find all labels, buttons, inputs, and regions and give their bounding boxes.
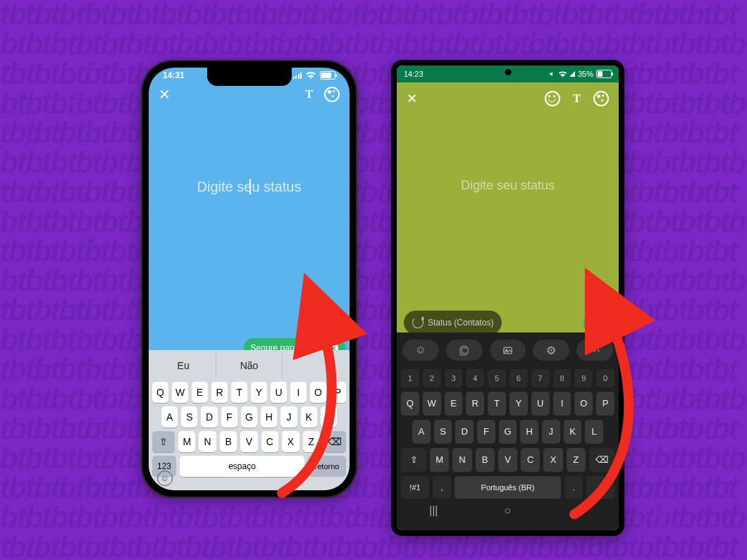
key-x[interactable]: X bbox=[543, 448, 562, 472]
key-j[interactable]: J bbox=[542, 420, 560, 444]
key-t[interactable]: T bbox=[488, 392, 506, 416]
key-h[interactable]: H bbox=[261, 406, 277, 428]
font-tool[interactable]: T bbox=[573, 92, 581, 106]
keyboard-toolbar: ☺ ⚙ ⋯ bbox=[401, 337, 615, 365]
key-j[interactable]: J bbox=[280, 406, 297, 428]
key-i[interactable]: I bbox=[290, 382, 307, 403]
key-m[interactable]: M bbox=[430, 448, 449, 472]
key-i[interactable]: I bbox=[553, 392, 572, 416]
emoji-picker-icon[interactable]: ☺ bbox=[402, 340, 439, 361]
key-n[interactable]: N bbox=[452, 448, 471, 472]
key-k[interactable]: K bbox=[564, 420, 582, 444]
clipboard-icon[interactable] bbox=[446, 340, 483, 361]
key-r[interactable]: R bbox=[211, 382, 228, 403]
key-7[interactable]: 7 bbox=[531, 369, 550, 387]
key-n[interactable]: N bbox=[199, 431, 216, 452]
enter-key[interactable]: ↵ bbox=[586, 476, 615, 499]
key-b[interactable]: B bbox=[220, 431, 237, 452]
emoji-keyboard-button[interactable]: ☺ bbox=[157, 471, 173, 486]
key-c[interactable]: C bbox=[261, 431, 278, 452]
key-h[interactable]: H bbox=[520, 420, 538, 444]
audience-pill[interactable]: Status (Contatos) bbox=[404, 311, 502, 335]
close-button[interactable]: ✕ bbox=[407, 91, 417, 106]
keyboard-collapse-icon[interactable]: ⌄ bbox=[577, 504, 586, 518]
more-icon[interactable]: ⋯ bbox=[576, 340, 613, 361]
palette-icon[interactable] bbox=[324, 87, 340, 102]
key-s[interactable]: S bbox=[434, 420, 452, 444]
key-9[interactable]: 9 bbox=[574, 369, 593, 387]
key-u[interactable]: U bbox=[531, 392, 550, 416]
key-f[interactable]: F bbox=[221, 406, 237, 428]
settings-icon[interactable]: ⚙ bbox=[533, 340, 569, 361]
android-frame: 14:23 35% ✕ T Digite seu status bbox=[391, 60, 624, 536]
key-row: QWERTYUIOP bbox=[152, 382, 346, 403]
emoji-icon[interactable] bbox=[545, 91, 560, 106]
key-e[interactable]: E bbox=[192, 382, 208, 403]
shift-key[interactable]: ⇧ bbox=[152, 431, 175, 452]
gif-icon[interactable] bbox=[490, 340, 526, 361]
key-l[interactable]: L bbox=[585, 420, 603, 444]
backspace-key[interactable]: ⌫ bbox=[589, 448, 615, 472]
suggestion[interactable] bbox=[283, 353, 347, 378]
close-button[interactable]: ✕ bbox=[159, 86, 171, 103]
key-0[interactable]: 0 bbox=[596, 369, 615, 387]
key-5[interactable]: 5 bbox=[488, 369, 506, 387]
nav-home[interactable]: ○ bbox=[504, 504, 511, 518]
palette-icon[interactable] bbox=[593, 91, 609, 106]
key-t[interactable]: T bbox=[231, 382, 247, 403]
cell-signal-icon bbox=[293, 73, 302, 79]
comma-key[interactable]: , bbox=[433, 476, 451, 499]
key-2[interactable]: 2 bbox=[423, 369, 441, 387]
key-y[interactable]: Y bbox=[251, 382, 267, 403]
key-p[interactable]: P bbox=[596, 392, 615, 416]
key-q[interactable]: Q bbox=[152, 382, 168, 403]
return-key[interactable]: retorno bbox=[308, 456, 346, 477]
key-v[interactable]: V bbox=[240, 431, 257, 452]
key-k[interactable]: K bbox=[301, 406, 317, 428]
key-o[interactable]: O bbox=[574, 392, 593, 416]
period-key[interactable]: . bbox=[564, 476, 583, 499]
key-u[interactable]: U bbox=[271, 382, 287, 403]
key-4[interactable]: 4 bbox=[466, 369, 484, 387]
key-c[interactable]: C bbox=[521, 448, 540, 472]
symbols-key[interactable]: !#1 bbox=[401, 476, 429, 499]
key-8[interactable]: 8 bbox=[553, 369, 572, 387]
key-o[interactable]: O bbox=[310, 382, 326, 403]
backspace-key[interactable]: ⌫ bbox=[323, 431, 346, 452]
key-w[interactable]: W bbox=[423, 392, 441, 416]
key-l[interactable]: L bbox=[321, 406, 337, 428]
key-z[interactable]: Z bbox=[303, 431, 320, 452]
key-d[interactable]: D bbox=[201, 406, 217, 428]
key-p[interactable]: P bbox=[330, 382, 346, 403]
space-key[interactable]: espaço bbox=[180, 456, 304, 477]
key-e[interactable]: E bbox=[445, 392, 463, 416]
nav-recent[interactable]: ||| bbox=[429, 504, 438, 518]
suggestion[interactable]: Eu bbox=[151, 353, 216, 378]
key-a[interactable]: A bbox=[412, 420, 431, 444]
key-v[interactable]: V bbox=[498, 448, 517, 472]
key-b[interactable]: B bbox=[476, 448, 495, 472]
key-s[interactable]: S bbox=[181, 406, 197, 428]
key-q[interactable]: Q bbox=[401, 392, 419, 416]
key-r[interactable]: R bbox=[466, 392, 484, 416]
key-a[interactable]: A bbox=[161, 406, 178, 428]
key-m[interactable]: M bbox=[178, 431, 195, 452]
status-text-input[interactable]: Digite seu status bbox=[149, 108, 350, 195]
suggestion[interactable]: Não bbox=[216, 353, 282, 378]
key-y[interactable]: Y bbox=[510, 392, 528, 416]
key-g[interactable]: G bbox=[241, 406, 257, 428]
android-keyboard: ☺ ⚙ ⋯ 1234567890 QWERTYUIOP ASDFGHJKL ⇧ … bbox=[397, 332, 619, 530]
shift-key[interactable]: ⇧ bbox=[401, 448, 426, 472]
key-g[interactable]: G bbox=[499, 420, 517, 444]
key-row: ASDFGHJKL bbox=[152, 406, 346, 428]
key-z[interactable]: Z bbox=[567, 448, 586, 472]
key-6[interactable]: 6 bbox=[510, 369, 528, 387]
space-key[interactable]: Português (BR) bbox=[455, 476, 561, 499]
key-3[interactable]: 3 bbox=[445, 369, 463, 387]
key-d[interactable]: D bbox=[455, 420, 474, 444]
key-1[interactable]: 1 bbox=[401, 369, 419, 387]
key-w[interactable]: W bbox=[172, 382, 188, 403]
key-f[interactable]: F bbox=[477, 420, 495, 444]
font-tool[interactable]: T bbox=[305, 88, 313, 101]
key-x[interactable]: X bbox=[282, 431, 299, 452]
